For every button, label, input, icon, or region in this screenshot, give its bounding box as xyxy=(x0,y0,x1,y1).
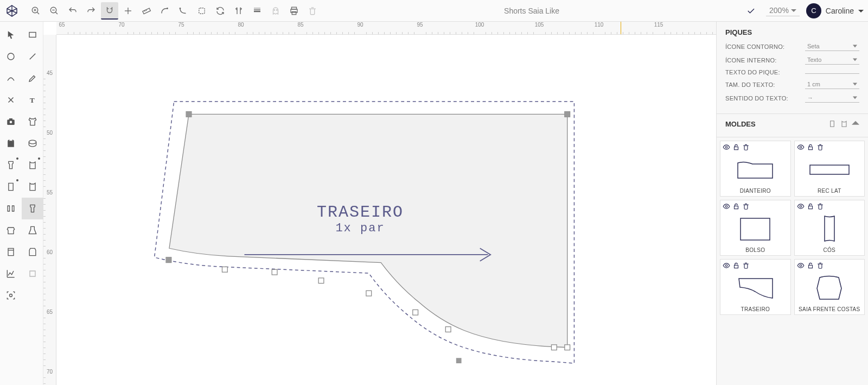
trash-icon[interactable] xyxy=(742,203,750,210)
svg-point-75 xyxy=(800,205,802,207)
svg-marker-64 xyxy=(853,83,857,86)
unlock-icon[interactable] xyxy=(807,203,814,210)
garment6-icon[interactable] xyxy=(0,198,22,219)
text-tool[interactable]: T xyxy=(22,89,43,111)
trash-icon[interactable] xyxy=(742,262,750,269)
zoom-in-icon[interactable] xyxy=(27,2,44,20)
avatar: C xyxy=(806,3,821,18)
crosshair-icon[interactable] xyxy=(119,2,137,20)
molde-card[interactable]: BOLSO xyxy=(720,200,791,256)
svg-rect-57 xyxy=(186,111,192,117)
refresh-icon[interactable] xyxy=(212,2,229,20)
line-tool[interactable] xyxy=(22,46,43,67)
chart-icon[interactable] xyxy=(0,263,22,285)
unlock-icon[interactable] xyxy=(732,262,740,269)
curve-tool[interactable] xyxy=(0,67,22,89)
molde-thumb xyxy=(797,272,863,304)
icone-interno-select[interactable]: Texto xyxy=(805,55,859,65)
app-logo[interactable] xyxy=(4,3,20,18)
zoom-out-icon[interactable] xyxy=(46,2,63,20)
molde-icon2[interactable] xyxy=(840,119,848,128)
garment9-icon[interactable] xyxy=(22,219,43,241)
ruler-horizontal[interactable]: 65707580859095100105110115 xyxy=(56,22,716,35)
zoom-level[interactable]: 200% xyxy=(766,5,800,16)
layers-icon[interactable] xyxy=(248,2,266,20)
camera-tool[interactable] xyxy=(0,111,22,132)
trash-icon[interactable] xyxy=(304,2,321,20)
user-menu[interactable]: C Caroline xyxy=(806,3,864,18)
ghost-icon[interactable] xyxy=(267,2,284,20)
molde-name: CÓS xyxy=(797,247,863,253)
canvas[interactable]: TRASEIRO 1x par xyxy=(56,35,716,385)
check-icon[interactable] xyxy=(742,2,760,20)
unlock-icon[interactable] xyxy=(732,203,740,210)
guide-line[interactable] xyxy=(621,22,621,34)
select-area-icon[interactable] xyxy=(193,2,210,20)
sentido-texto-select[interactable]: → xyxy=(805,93,859,103)
garment8-icon[interactable] xyxy=(0,219,22,241)
eye-icon[interactable] xyxy=(723,143,730,151)
svg-point-25 xyxy=(277,9,278,10)
eye-icon[interactable] xyxy=(723,203,730,210)
garment4-icon[interactable] xyxy=(0,176,22,198)
svg-marker-30 xyxy=(858,10,864,12)
curve-tool2-icon[interactable] xyxy=(175,2,192,20)
molde-card[interactable]: SAIA FRENTE COSTAS xyxy=(794,259,865,315)
garment10-icon[interactable] xyxy=(0,241,22,263)
garment7-icon[interactable] xyxy=(22,198,43,219)
redo-icon[interactable] xyxy=(82,2,100,20)
molde-card[interactable]: CÓS xyxy=(794,200,865,256)
svg-line-9 xyxy=(55,12,58,14)
svg-rect-51 xyxy=(413,310,418,315)
chevron-up-icon[interactable] xyxy=(852,119,859,127)
eye-icon[interactable] xyxy=(723,262,730,269)
molde-card[interactable]: TRASEIRO xyxy=(720,259,791,315)
texto-pique-label: TEXTO DO PIQUE: xyxy=(725,69,805,75)
eye-icon[interactable] xyxy=(797,143,805,151)
eye-icon[interactable] xyxy=(797,203,805,210)
svg-point-77 xyxy=(725,264,727,267)
ruler-vertical[interactable]: 455055606570 xyxy=(43,35,56,385)
undo-icon[interactable] xyxy=(64,2,81,20)
svg-rect-40 xyxy=(9,118,12,120)
trash-icon[interactable] xyxy=(816,143,824,151)
curve-tool-icon[interactable] xyxy=(156,2,174,20)
svg-rect-70 xyxy=(808,147,812,149)
icone-contorno-select[interactable]: Seta xyxy=(805,42,859,51)
tam-texto-select[interactable]: 1 cm xyxy=(805,80,859,89)
unlock-icon[interactable] xyxy=(807,143,814,151)
selection-tool[interactable] xyxy=(0,24,22,46)
rectangle-tool[interactable] xyxy=(22,24,43,46)
scan-icon[interactable] xyxy=(0,285,22,306)
molde-icon1[interactable] xyxy=(828,119,837,128)
pattern-subtitle: 1x par xyxy=(317,222,404,235)
garment-dark-icon[interactable] xyxy=(0,132,22,154)
garment3-icon[interactable] xyxy=(22,154,43,176)
mirror-icon[interactable] xyxy=(230,2,247,20)
print-icon[interactable] xyxy=(285,2,303,20)
garment1-icon[interactable] xyxy=(22,111,43,132)
ruler-icon[interactable] xyxy=(138,2,155,20)
molde-card[interactable]: DIANTEIRO xyxy=(720,141,791,197)
svg-rect-21 xyxy=(254,11,260,12)
molde-card[interactable]: REC LAT xyxy=(794,141,865,197)
eye-icon[interactable] xyxy=(797,262,805,269)
garment11-icon[interactable] xyxy=(22,241,43,263)
magnet-icon[interactable] xyxy=(101,2,118,20)
trash-icon[interactable] xyxy=(742,143,750,151)
cross-tool[interactable] xyxy=(0,89,22,111)
trash-icon[interactable] xyxy=(816,262,824,269)
pencil-tool[interactable] xyxy=(22,67,43,89)
measure-tape-icon[interactable] xyxy=(22,132,43,154)
unlock-icon[interactable] xyxy=(732,143,740,151)
unlock-icon[interactable] xyxy=(807,262,814,269)
moldes-header: MOLDES xyxy=(717,114,868,137)
texto-pique-input[interactable] xyxy=(805,71,859,74)
circle-tool[interactable] xyxy=(0,46,22,67)
garment2-icon[interactable] xyxy=(0,154,22,176)
document-title[interactable]: Shorts Saia Like xyxy=(504,7,559,15)
garment12-icon[interactable] xyxy=(22,263,43,285)
molde-name: BOLSO xyxy=(723,247,788,253)
trash-icon[interactable] xyxy=(816,203,824,210)
garment5-icon[interactable] xyxy=(22,176,43,198)
